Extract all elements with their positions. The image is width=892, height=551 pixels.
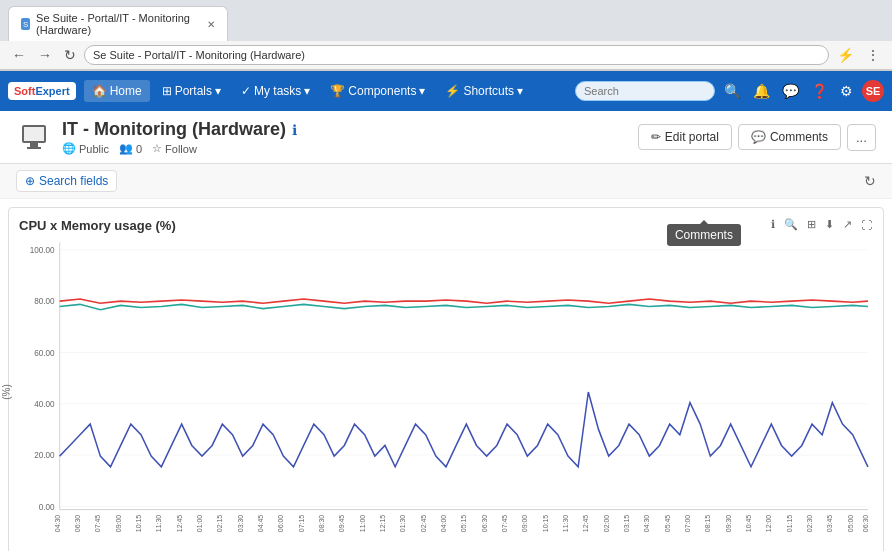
svg-text:10:45: 10:45: [745, 515, 752, 533]
svg-text:04:45: 04:45: [257, 515, 264, 533]
svg-text:09:30: 09:30: [725, 515, 732, 533]
nav-components[interactable]: 🏆 Components ▾: [322, 80, 433, 102]
extensions-btn[interactable]: ⚡: [833, 45, 858, 65]
forward-btn[interactable]: →: [34, 45, 56, 65]
chart-wrapper: (%) 100.00 80.00 60.00 40.00 20.00 0.00: [19, 237, 873, 547]
x-ticks: 04:30 06:30 07:45 09:00 10:15 11:30 12:4…: [54, 515, 869, 533]
svg-text:20.00: 20.00: [34, 450, 55, 460]
browser-actions: ⚡ ⋮: [833, 45, 884, 65]
menu-btn[interactable]: ⋮: [862, 45, 884, 65]
user-avatar[interactable]: SE: [862, 80, 884, 102]
chart-download-btn[interactable]: ⬇: [822, 216, 837, 233]
comments-tooltip: Comments: [667, 224, 741, 246]
main-chart: 100.00 80.00 60.00 40.00 20.00 0.00: [19, 237, 873, 547]
svg-text:02:15: 02:15: [216, 515, 223, 533]
svg-text:12:45: 12:45: [582, 515, 589, 533]
refresh-button[interactable]: ↻: [864, 173, 876, 189]
nav-my-tasks[interactable]: ✓ My tasks ▾: [233, 80, 318, 102]
y-axis-label: (%): [1, 384, 12, 400]
more-button[interactable]: ...: [847, 124, 876, 151]
page-title-section: IT - Monitoring (Hardware) ℹ 🌐 Public 👥 …: [16, 119, 297, 155]
nav-portals[interactable]: ⊞ Portals ▾: [154, 80, 229, 102]
tab-bar: S Se Suite - Portal/IT - Monitoring (Har…: [0, 0, 892, 41]
back-btn[interactable]: ←: [8, 45, 30, 65]
chart-info-btn[interactable]: ℹ: [768, 216, 778, 233]
svg-text:02:45: 02:45: [420, 515, 427, 533]
users-icon: 👥: [119, 142, 133, 155]
svg-text:40.00: 40.00: [34, 399, 55, 409]
comments-button[interactable]: 💬 Comments: [738, 124, 841, 150]
svg-text:11:00: 11:00: [359, 515, 366, 533]
monitor-icon: [22, 125, 46, 149]
svg-text:01:00: 01:00: [196, 515, 203, 533]
svg-text:06:30: 06:30: [74, 515, 81, 533]
browser-tab[interactable]: S Se Suite - Portal/IT - Monitoring (Har…: [8, 6, 228, 41]
follow-button[interactable]: ☆ Follow: [152, 142, 197, 155]
browser-toolbar: ← → ↻ ⚡ ⋮: [0, 41, 892, 70]
chart-zoom-btn[interactable]: 🔍: [781, 216, 801, 233]
shortcuts-chevron: ▾: [517, 84, 523, 98]
settings-btn[interactable]: ⚙: [837, 80, 856, 102]
grid: 100.00 80.00 60.00 40.00 20.00 0.00: [30, 242, 868, 511]
chart-container: CPU x Memory usage (%) ℹ 🔍 ⊞ ⬇ ↗ ⛶ (%) 1…: [8, 207, 884, 551]
help-btn[interactable]: ❓: [808, 80, 831, 102]
logo: SoftExpert: [8, 82, 76, 100]
search-input[interactable]: [575, 81, 715, 101]
components-icon: 🏆: [330, 84, 345, 98]
svg-text:04:30: 04:30: [643, 515, 650, 533]
svg-text:06:30: 06:30: [481, 515, 488, 533]
page-title: IT - Monitoring (Hardware): [62, 119, 286, 140]
search-btn[interactable]: 🔍: [721, 80, 744, 102]
search-circle-icon: ⊕: [25, 174, 35, 188]
monitor-base: [27, 147, 41, 149]
svg-text:07:45: 07:45: [94, 515, 101, 533]
reload-btn[interactable]: ↻: [60, 45, 80, 65]
svg-text:80.00: 80.00: [34, 296, 55, 306]
info-icon[interactable]: ℹ: [292, 122, 297, 138]
svg-text:01:15: 01:15: [786, 515, 793, 533]
svg-text:08:30: 08:30: [318, 515, 325, 533]
chart-tools: ℹ 🔍 ⊞ ⬇ ↗ ⛶: [768, 216, 875, 233]
comment-icon: 💬: [751, 130, 766, 144]
svg-text:03:15: 03:15: [623, 515, 630, 533]
title-meta: IT - Monitoring (Hardware) ℹ 🌐 Public 👥 …: [62, 119, 297, 155]
shortcuts-icon: ⚡: [445, 84, 460, 98]
svg-text:12:45: 12:45: [176, 515, 183, 533]
notifications-btn[interactable]: 🔔: [750, 80, 773, 102]
svg-text:07:15: 07:15: [298, 515, 305, 533]
chart-table-btn[interactable]: ⊞: [804, 216, 819, 233]
top-nav: SoftExpert 🏠 Home ⊞ Portals ▾ ✓ My tasks…: [0, 71, 892, 111]
chart-fullscreen-btn[interactable]: ⛶: [858, 216, 875, 233]
chart-title: CPU x Memory usage (%): [19, 218, 176, 233]
page-meta: 🌐 Public 👥 0 ☆ Follow: [62, 142, 297, 155]
svg-text:02:00: 02:00: [603, 515, 610, 533]
svg-text:12:15: 12:15: [379, 515, 386, 533]
page-icon: [16, 119, 52, 155]
page-actions: ✏ Edit portal 💬 Comments Comments ...: [638, 124, 876, 151]
svg-text:10:15: 10:15: [542, 515, 549, 533]
search-fields-button[interactable]: ⊕ Search fields: [16, 170, 117, 192]
nav-home[interactable]: 🏠 Home: [84, 80, 150, 102]
svg-text:05:00: 05:00: [847, 515, 854, 533]
svg-text:03:30: 03:30: [237, 515, 244, 533]
url-bar[interactable]: [84, 45, 829, 65]
tab-close-btn[interactable]: ✕: [207, 19, 215, 30]
home-icon: 🏠: [92, 84, 107, 98]
svg-text:60.00: 60.00: [34, 347, 55, 357]
tasks-icon: ✓: [241, 84, 251, 98]
svg-text:04:30: 04:30: [54, 515, 61, 533]
edit-portal-button[interactable]: ✏ Edit portal: [638, 124, 732, 150]
svg-text:11:30: 11:30: [562, 515, 569, 533]
nav-shortcuts[interactable]: ⚡ Shortcuts ▾: [437, 80, 531, 102]
chart-share-btn[interactable]: ↗: [840, 216, 855, 233]
tasks-chevron: ▾: [304, 84, 310, 98]
svg-text:09:00: 09:00: [521, 515, 528, 533]
svg-text:02:30: 02:30: [806, 515, 813, 533]
comments-container: 💬 Comments Comments: [738, 124, 841, 150]
svg-text:06:00: 06:00: [277, 515, 284, 533]
svg-text:06:30: 06:30: [862, 515, 869, 533]
edit-icon: ✏: [651, 130, 661, 144]
chat-btn[interactable]: 💬: [779, 80, 802, 102]
svg-text:0.00: 0.00: [39, 501, 55, 511]
tab-favicon: S: [21, 18, 30, 30]
